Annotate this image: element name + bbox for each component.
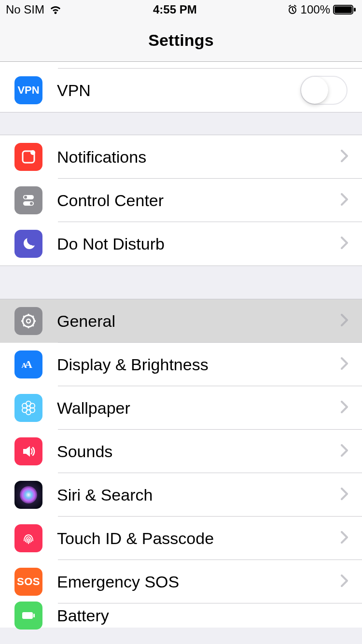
fingerprint-icon [14,524,42,552]
svg-rect-2 [334,6,352,13]
svg-rect-3 [354,8,356,12]
row-wallpaper[interactable]: Wallpaper [0,386,362,430]
wifi-icon [48,4,63,15]
notifications-icon [14,143,42,171]
row-label: Sounds [57,442,341,461]
page-title: Settings [148,31,214,50]
siri-icon [14,481,42,509]
row-display-brightness[interactable]: AA Display & Brightness [0,343,362,386]
row-label: Do Not Disturb [57,235,341,253]
row-label: VPN [57,81,300,100]
flower-icon [14,394,42,422]
carrier-text: No SIM [6,3,44,16]
row-label: Display & Brightness [57,355,341,374]
partial-row [0,62,362,69]
row-label: Notifications [57,148,341,167]
sos-icon-label: SOS [17,575,40,588]
chevron-right-icon [341,314,348,328]
chevron-right-icon [341,488,348,502]
svg-line-18 [23,325,25,326]
vpn-icon: VPN [14,76,42,104]
display-icon: AA [14,350,42,378]
chevron-right-icon [341,401,348,415]
moon-icon [14,230,42,258]
chevron-right-icon [341,531,348,546]
row-label: Siri & Search [57,486,341,504]
chevron-right-icon [341,193,348,208]
row-emergency-sos[interactable]: SOS Emergency SOS [0,560,362,603]
vpn-icon-label: VPN [17,84,39,97]
status-bar: No SIM 4:55 PM 100% [0,0,362,19]
row-label: Control Center [57,191,341,210]
svg-rect-31 [33,614,35,617]
row-label: Emergency SOS [57,573,341,591]
alarm-icon [287,4,298,15]
svg-rect-30 [22,612,33,619]
svg-point-11 [27,319,30,323]
battery-text: 100% [301,3,330,16]
chevron-right-icon [341,574,348,589]
svg-line-19 [32,316,34,317]
speaker-icon [14,437,42,465]
row-control-center[interactable]: Control Center [0,179,362,222]
row-battery[interactable]: Battery [0,603,362,628]
group-separator [0,112,362,135]
vpn-toggle[interactable] [300,76,348,105]
svg-line-17 [32,325,34,326]
chevron-right-icon [341,150,348,164]
toggle-knob [301,77,328,104]
nav-header: Settings [0,19,362,62]
gear-icon [14,307,42,335]
battery-row-icon [14,602,42,630]
svg-point-7 [24,196,27,199]
svg-line-16 [23,316,25,317]
row-label: Battery [57,606,362,625]
battery-icon [333,4,356,15]
chevron-right-icon [341,237,348,251]
group-separator [0,266,362,299]
clock-text: 4:55 PM [153,3,197,16]
row-label: Touch ID & Passcode [57,529,341,548]
row-general[interactable]: General [0,299,362,343]
svg-point-9 [30,202,33,205]
row-notifications[interactable]: Notifications [0,135,362,179]
row-label: General [57,312,341,331]
row-sounds[interactable]: Sounds [0,430,362,473]
svg-point-29 [20,486,37,504]
settings-list: VPN VPN Notifications Control Center Do [0,62,362,628]
sos-icon: SOS [14,568,42,596]
row-touchid-passcode[interactable]: Touch ID & Passcode [0,517,362,560]
svg-text:A: A [22,362,27,369]
svg-point-5 [30,150,35,155]
chevron-right-icon [341,357,348,372]
row-siri-search[interactable]: Siri & Search [0,473,362,517]
chevron-right-icon [341,444,348,459]
row-vpn[interactable]: VPN VPN [0,69,362,112]
row-do-not-disturb[interactable]: Do Not Disturb [0,222,362,266]
control-center-icon [14,186,42,214]
row-label: Wallpaper [57,399,341,418]
